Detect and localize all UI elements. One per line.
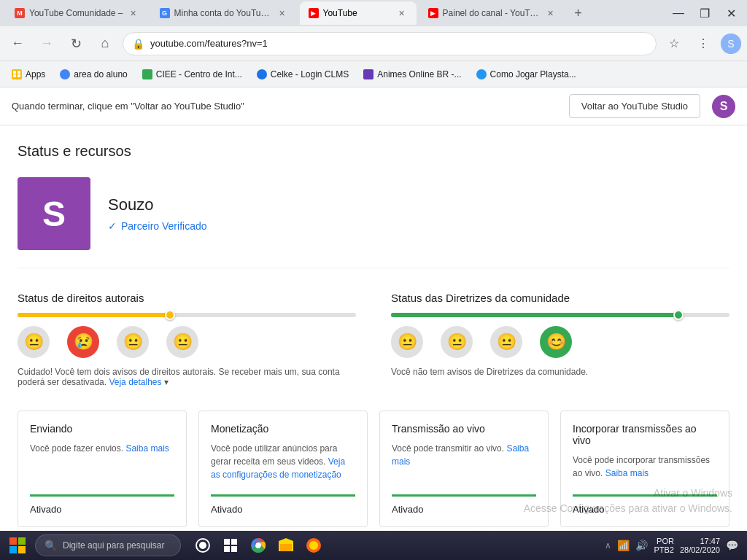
tab-favicon-youtube: ▶ [309, 8, 319, 18]
community-face-3: 😊 [540, 326, 572, 358]
community-status-section: Status das Diretrizes da comunidade 😐 😐 … [391, 292, 729, 387]
aluno-icon [60, 69, 70, 79]
tab-title-account: Minha conta do YouTube: [174, 8, 272, 18]
address-bar[interactable]: 🔒 youtube.com/features?nv=1 [123, 32, 657, 55]
community-progress-fill [391, 313, 678, 317]
menu-button[interactable]: ⋮ [692, 32, 715, 55]
feature-card-title-transmissao: Transmissão ao vivo [392, 423, 536, 435]
feature-card-desc-enviando: Você pode fazer envios. Saiba mais [30, 442, 174, 486]
tab-account[interactable]: G Minha conta do YouTube: × [151, 1, 297, 25]
bookmark-animes[interactable]: Animes Online BR -... [357, 66, 467, 82]
feature-card-status-enviando: Ativado [30, 494, 174, 515]
tab-studio[interactable]: ▶ Painel do canal - YouTub... × [419, 1, 565, 25]
bookmark-playsta-label: Como Jogar Playsta... [490, 69, 576, 79]
page-content: Status e recursos S Souzo ✓ Parceiro Ver… [0, 125, 747, 531]
feature-cards: Enviando Você pode fazer envios. Saiba m… [18, 411, 729, 527]
tab-title-gmail: YouTube Comunidade – [29, 8, 123, 18]
feature-card-incorporar: Incorporar transmissões ao vivo Você pod… [560, 411, 729, 527]
tab-youtube[interactable]: ▶ YouTube × [300, 1, 417, 25]
copyright-face-3: 😐 [166, 326, 198, 358]
bookmark-ciee[interactable]: CIEE - Centro de Int... [136, 66, 248, 82]
channel-avatar: S [18, 177, 90, 250]
apps-icon [12, 69, 22, 79]
feature-card-desc-transmissao: Você pode transmitir ao vivo. Saiba mais [392, 442, 536, 486]
copyright-details-link[interactable]: Veja detalhes [109, 377, 161, 387]
svg-text:S: S [727, 38, 734, 50]
tab-close-youtube[interactable]: × [396, 7, 408, 19]
home-button[interactable]: ⌂ [93, 32, 117, 55]
verified-badge: ✓ Parceiro Verificado [108, 220, 207, 232]
tab-close-account[interactable]: × [276, 7, 288, 19]
bookmark-ciee-label: CIEE - Centro de Int... [156, 69, 242, 79]
refresh-button[interactable]: ↻ [64, 32, 88, 55]
ciee-icon [142, 69, 152, 79]
back-to-studio-button[interactable]: Voltar ao YouTube Studio [569, 94, 700, 118]
feature-card-status-monetizacao: Ativado [211, 494, 355, 515]
feature-card-link-enviando[interactable]: Saiba mais [125, 443, 169, 454]
bookmark-apps-label: Apps [26, 69, 45, 79]
tab-close-gmail[interactable]: × [128, 7, 139, 19]
close-button[interactable]: ✕ [721, 3, 741, 23]
youtube-avatar[interactable]: S [712, 95, 735, 118]
tab-favicon-studio: ▶ [428, 8, 438, 18]
minimize-button[interactable]: — [668, 3, 689, 23]
feature-card-transmissao: Transmissão ao vivo Você pode transmitir… [379, 411, 549, 527]
browser-titlebar: M YouTube Comunidade – × G Minha conta d… [0, 0, 747, 26]
feature-card-enviando: Enviando Você pode fazer envios. Saiba m… [18, 411, 187, 527]
feature-card-status-incorporar: Ativado [573, 494, 717, 515]
status-sections: Status de direitos autorais 😐 😢 😐 😐 Cuid… [18, 292, 729, 387]
bookmark-celke-label: Celke - Login CLMS [271, 69, 349, 79]
copyright-status-section: Status de direitos autorais 😐 😢 😐 😐 Cuid… [18, 292, 356, 387]
community-status-title: Status das Diretrizes da comunidade [391, 292, 729, 304]
back-button[interactable]: ← [6, 32, 29, 55]
community-info-text: Você não tem avisos de Diretrizes da com… [391, 367, 729, 377]
tab-favicon-account: G [160, 8, 170, 18]
channel-details: Souzo ✓ Parceiro Verificado [108, 195, 207, 232]
feature-card-title-enviando: Enviando [30, 423, 174, 435]
page-title: Status e recursos [18, 143, 729, 160]
channel-name: Souzo [108, 195, 207, 214]
bookmark-apps[interactable]: Apps [6, 66, 51, 82]
copyright-face-2: 😐 [117, 326, 149, 358]
feature-card-title-monetizacao: Monetização [211, 423, 355, 435]
window-controls: — ❐ ✕ [668, 3, 741, 23]
bookmark-animes-label: Animes Online BR -... [377, 69, 461, 79]
notification-text: Quando terminar, clique em "Voltar ao Yo… [12, 101, 569, 112]
address-text: youtube.com/features?nv=1 [150, 38, 647, 49]
bookmark-aluno[interactable]: area do aluno [54, 66, 133, 82]
community-progress-marker [673, 310, 684, 320]
copyright-warning-text: Cuidado! Você tem dois avisos de direito… [18, 367, 356, 387]
animes-icon [363, 69, 374, 79]
community-progress-track [391, 313, 729, 317]
copyright-progress-track [18, 313, 356, 317]
bookmark-aluno-label: area do aluno [74, 69, 127, 79]
browser-profile-avatar[interactable]: S [721, 34, 741, 54]
tab-favicon-gmail: M [15, 8, 25, 18]
maximize-button[interactable]: ❐ [694, 3, 715, 23]
feature-card-link-incorporar[interactable]: Saiba mais [605, 468, 649, 478]
youtube-notification-bar: Quando terminar, clique em "Voltar ao Yo… [0, 88, 747, 125]
copyright-status-title: Status de direitos autorais [18, 292, 356, 304]
verified-label: Parceiro Verificado [121, 220, 207, 232]
community-face-2: 😐 [490, 326, 522, 358]
bookmark-celke[interactable]: Celke - Login CLMS [251, 66, 355, 82]
bookmark-playsta[interactable]: Como Jogar Playsta... [471, 66, 582, 82]
copyright-progress-marker [165, 310, 175, 320]
feature-card-desc-monetizacao: Você pode utilizar anúncios para gerar r… [211, 442, 355, 486]
community-emoji-row: 😐 😐 😐 😊 [391, 326, 729, 358]
feature-card-desc-incorporar: Você pode incorporar transmissões ao viv… [573, 454, 717, 486]
community-face-1: 😐 [441, 326, 473, 358]
copyright-face-0: 😐 [18, 326, 50, 358]
check-icon: ✓ [108, 220, 117, 232]
community-face-0: 😐 [391, 326, 423, 358]
copyright-progress-fill [18, 313, 170, 317]
channel-info: S Souzo ✓ Parceiro Verificado [18, 177, 729, 268]
feature-card-status-transmissao: Ativado [392, 494, 536, 515]
new-tab-button[interactable]: + [568, 3, 589, 23]
tab-gmail[interactable]: M YouTube Comunidade – × [6, 1, 148, 25]
forward-button[interactable]: → [35, 32, 58, 55]
tab-close-studio[interactable]: × [545, 7, 557, 19]
playsta-icon [476, 69, 487, 79]
bookmark-button[interactable]: ☆ [662, 32, 686, 55]
celke-icon [257, 69, 267, 79]
